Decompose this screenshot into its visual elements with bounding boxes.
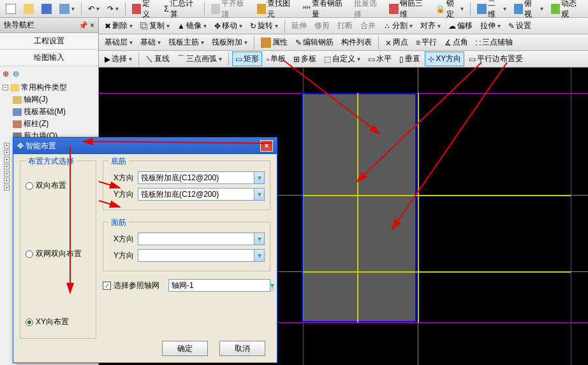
tree-node[interactable]: 框柱(Z) xyxy=(3,118,96,130)
draw-toolbar: ▶选择▾ ＼直线 ⌒三点画弧▾ ▭矩形 ▫单板 ⊞多板 ⬚自定义▾ ▭水平 ▯垂… xyxy=(99,51,588,68)
pin-icon[interactable]: 📌 × xyxy=(78,21,94,30)
split-button[interactable]: ⛬分割▾ xyxy=(380,18,416,33)
node-icon xyxy=(13,96,22,104)
undo-icon[interactable]: ↶▾ xyxy=(85,3,103,15)
bottom-x-combo[interactable]: ▾ xyxy=(138,171,265,184)
export-icon[interactable]: ▾ xyxy=(56,2,78,16)
top-group-label: 面筋 xyxy=(108,217,129,228)
cancel-button[interactable]: 取消 xyxy=(219,341,265,356)
select-button[interactable]: ▶选择▾ xyxy=(101,52,135,66)
ok-button[interactable]: 确定 xyxy=(162,341,208,356)
arc-button[interactable]: ⌒三点画弧▾ xyxy=(174,52,225,66)
new-icon[interactable] xyxy=(3,2,19,16)
close-icon[interactable]: × xyxy=(260,140,273,152)
top-x-combo[interactable]: ▾ xyxy=(138,233,265,245)
tree-node[interactable]: 轴网(J) xyxy=(3,94,96,106)
dialog-titlebar[interactable]: ✥ 智能布置 × xyxy=(13,138,277,154)
open-icon[interactable] xyxy=(20,2,37,16)
point-angle-button[interactable]: ∡点角 xyxy=(441,35,471,50)
three-point-button[interactable]: ⸬三点辅轴 xyxy=(473,35,516,50)
parallel-button[interactable]: ≡平行 xyxy=(413,35,440,50)
edit-toolbar: ✖删除▾ ⿻复制▾ ▲镜像▾ ✥移动▾ ↻旋转▾ 延伸 修剪 打断 合并 ⛬分割… xyxy=(99,18,588,34)
two-point-button[interactable]: ⨯两点 xyxy=(382,35,411,50)
node-icon xyxy=(13,120,22,128)
line-button[interactable]: ＼直线 xyxy=(142,52,173,66)
single-button[interactable]: ▫单板 xyxy=(263,52,289,66)
redo-icon[interactable]: ↷▾ xyxy=(104,3,122,15)
radio-xy[interactable]: XY向布置 xyxy=(26,317,91,327)
nav-title: 快导航栏 📌 × xyxy=(0,18,98,33)
save-icon[interactable] xyxy=(38,2,55,16)
ref-axis-combo[interactable]: ▾ xyxy=(168,279,270,292)
chevron-down-icon[interactable]: ▾ xyxy=(254,250,264,261)
chevron-down-icon[interactable]: ▾ xyxy=(254,189,264,200)
tree-root[interactable]: − 常用构件类型 xyxy=(3,82,96,94)
tree-toolbar[interactable]: ⊕⊖ xyxy=(3,69,96,79)
comp-combo[interactable]: 基础▾ xyxy=(137,35,164,50)
mode-group-label: 布置方式选择 xyxy=(26,156,77,167)
checkbox-icon[interactable]: ✓ xyxy=(103,282,111,290)
layer-combo[interactable]: 基础层▾ xyxy=(101,35,136,50)
smart-layout-dialog: ✥ 智能布置 × 布置方式选择 双向布置 双网双向布置 XY向布置 底筋 X方向… xyxy=(13,137,277,363)
move-button[interactable]: ✥移动▾ xyxy=(211,18,246,33)
multi-button[interactable]: ⊞多板 xyxy=(290,52,320,66)
align-button[interactable]: 对齐▾ xyxy=(417,18,444,33)
chevron-down-icon[interactable]: ▾ xyxy=(254,172,264,183)
horiz-button[interactable]: ▭水平 xyxy=(365,52,395,66)
delete-button[interactable]: ✖删除▾ xyxy=(101,18,136,33)
rebar-combo[interactable]: 筏板主筋▾ xyxy=(165,35,207,50)
chevron-down-icon[interactable]: ▾ xyxy=(270,280,274,291)
bottom-group-label: 底筋 xyxy=(108,156,129,167)
stretch-button[interactable]: 拉伸▾ xyxy=(477,18,504,33)
trim-button: 修剪 xyxy=(311,18,333,33)
edit-rebar-button[interactable]: ✎编辑钢筋 xyxy=(292,35,337,50)
rotate-button[interactable]: ↻旋转▾ xyxy=(247,18,281,33)
settings-button[interactable]: ✎设置 xyxy=(505,18,534,33)
offset-button[interactable]: ☁偏移 xyxy=(445,18,476,33)
node-icon xyxy=(13,108,22,116)
xdir-label: X方向 xyxy=(108,173,134,183)
chevron-down-icon[interactable]: ▾ xyxy=(254,233,264,245)
xy-button[interactable]: ⊹XY方向 xyxy=(425,52,464,66)
custom-button[interactable]: ⬚自定义▾ xyxy=(321,52,364,66)
mirror-button[interactable]: ▲镜像▾ xyxy=(174,18,210,33)
copy-button[interactable]: ⿻复制▾ xyxy=(137,18,173,33)
rect-button[interactable]: ▭矩形 xyxy=(232,52,262,66)
radio-double-net[interactable]: 双网双向布置 xyxy=(26,248,91,259)
main-toolbar: ▾ ↶▾ ↷▾ 定义 Σ 汇总计算 平齐板顶 查找图元 ᴴᴴ 查看钢筋量 批量选… xyxy=(0,0,588,18)
tab-project[interactable]: 工程设置 xyxy=(0,33,98,50)
comp-list-button[interactable]: 构件列表 xyxy=(338,35,375,50)
ydir-label: Y方向 xyxy=(108,189,134,200)
edge-button[interactable]: ▭平行边布置受 xyxy=(466,52,526,66)
folder-icon xyxy=(10,84,19,92)
extra-combo[interactable]: 筏板附加▾ xyxy=(209,35,251,50)
tree-node[interactable]: 筏板基础(M) xyxy=(3,106,96,118)
radio-bidirectional[interactable]: 双向布置 xyxy=(26,180,91,191)
component-toolbar: 基础层▾ 基础▾ 筏板主筋▾ 筏板附加▾ 属性 ✎编辑钢筋 构件列表 ⨯两点 ≡… xyxy=(99,34,588,51)
extend-button: 延伸 xyxy=(288,18,310,33)
ref-axis-check[interactable]: ✓ 选择参照轴网 ▾ xyxy=(103,279,270,292)
vert-button[interactable]: ▯垂直 xyxy=(396,52,423,66)
break-button: 打断 xyxy=(334,18,356,33)
join-button: 合并 xyxy=(357,18,379,33)
tab-draw[interactable]: 绘图输入 xyxy=(0,50,98,66)
top-y-combo[interactable]: ▾ xyxy=(138,249,265,262)
expand-icon[interactable]: − xyxy=(3,85,8,90)
prop-button[interactable]: 属性 xyxy=(258,35,291,50)
bottom-y-combo[interactable]: ▾ xyxy=(138,188,265,201)
